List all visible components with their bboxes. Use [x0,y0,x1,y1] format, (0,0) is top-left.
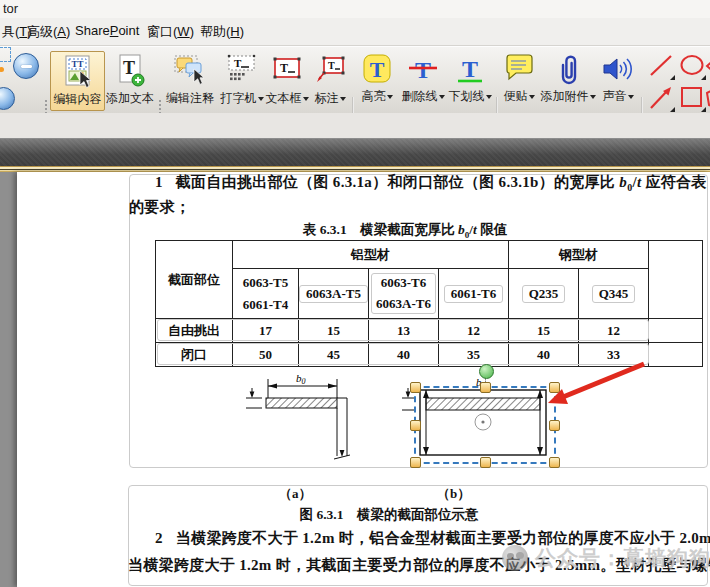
dropdown-arrow-icon [258,97,264,101]
svg-text:T: T [415,57,431,83]
strikeout-icon: T [407,53,439,87]
document-page: 1截面自由挑出部位（图 6.3.1a）和闭口部位（图 6.3.1b）的宽厚比 b… [17,172,710,587]
strikeout-button[interactable]: T 删除线 [400,51,446,109]
watermark-text: 公众号：幕墙狗狗 [535,544,710,572]
edit-comment-icon [172,53,208,89]
table-group-aluminium: 铝型材 [233,241,509,269]
table-header-cell: Q235 [509,269,579,319]
menu-item-sharepoint[interactable]: SharePoint [75,23,139,38]
paragraph-1-line-1: 1截面自由挑出部位（图 6.3.1a）和闭口部位（图 6.3.1b）的宽厚比 b… [155,173,710,193]
table-header-cell: 6063-T56061-T4 [233,269,299,319]
callout-button[interactable]: T 标注 [311,51,349,109]
selection-box[interactable] [414,386,556,464]
rectangle-tool-button[interactable] [679,85,705,111]
selection-handle-s[interactable] [480,457,491,468]
svg-text:TT: TT [71,59,83,69]
edit-content-label: 编辑内容 [51,91,104,108]
panel-divider-bar[interactable] [0,138,710,167]
table-header-cell: 6063-T66063A-T6 [369,269,439,319]
menu-bar: 具(T) 高级(A) SharePoint 窗口(W) 帮助(H) [0,18,710,46]
selection-handle-w[interactable] [410,420,421,431]
zoom-out-button[interactable] [13,53,39,79]
table-empty-cell [649,241,703,319]
menu-item-window[interactable]: 窗口(W) [147,23,194,41]
dropdown-arrow-icon [439,95,445,99]
arrow-tool-button[interactable] [648,85,674,111]
selection-handle-nw[interactable] [410,382,421,393]
underline-label: 下划线 [447,88,493,105]
table-header-cell: 6063A-T5 [299,269,369,319]
paperclip-icon [555,53,581,87]
sound-label: 声音 [598,88,638,105]
table-group-steel: 钢型材 [509,241,649,269]
svg-text:T: T [328,60,335,71]
svg-text:T: T [234,57,242,69]
menu-item-advanced[interactable]: 高级(A) [27,23,70,41]
sticky-note-button[interactable]: 便贴 [500,51,538,109]
highlight-icon: T [362,53,392,87]
dim-b0-label: b0 [296,372,306,386]
line-tool-button[interactable] [648,53,674,79]
add-text-icon: T [114,53,146,89]
annotation-red-arrow[interactable] [540,356,652,414]
typewriter-icon: T [226,53,258,89]
dropdown-arrow-icon [486,95,492,99]
edit-comment-button[interactable]: 编辑注释 [163,51,217,109]
callout-icon: T [314,53,346,89]
dropdown-arrow-icon [340,97,346,101]
underline-button[interactable]: T 下划线 [447,51,493,109]
figure-caption: 图 6.3.1 横梁的截面部位示意 [155,506,623,524]
rotation-handle[interactable] [479,364,494,379]
typewriter-button[interactable]: T 打字机 [220,51,264,109]
app-window: tor 具(T) 高级(A) SharePoint 窗口(W) 帮助(H) TT [0,0,710,587]
sticky-note-label: 便贴 [500,88,538,105]
paragraph-1-line-2: 的要求； [129,198,190,217]
figure-a: b0 [238,370,358,468]
underline-icon: T [454,53,486,87]
dropdown-arrow-icon [387,95,393,99]
add-attachment-label: 添加附件 [540,88,596,105]
selection-box-icon [0,47,11,62]
dropdown-arrow-icon [628,95,634,99]
circle-tool-button[interactable] [679,53,705,79]
highlight-button[interactable]: T 高亮 [357,51,397,109]
window-title: tor [3,1,18,16]
speaker-icon [601,53,635,87]
polygon-icon [705,85,710,111]
dropdown-arrow-icon [529,95,535,99]
highlight-label: 高亮 [357,88,397,105]
document-canvas: 1截面自由挑出部位（图 6.3.1a）和闭口部位（图 6.3.1b）的宽厚比 b… [0,172,710,587]
textbox-label: 文本框 [264,90,310,107]
typewriter-label: 打字机 [220,90,264,107]
textbox-button[interactable]: T 文本框 [264,51,310,109]
polyline-tool-button[interactable] [705,53,710,79]
spec-table: 截面部位 铝型材 钢型材 6063-T56061-T4 6063A-T5 606… [155,240,703,367]
selection-handle-sw[interactable] [410,457,421,468]
zoom-button-partial[interactable] [0,87,15,110]
svg-text:T: T [370,57,385,82]
menu-item-help[interactable]: 帮助(H) [200,23,244,41]
add-attachment-button[interactable]: 添加附件 [540,51,596,109]
table-row: 自由挑出 171513121512 [156,319,703,343]
table-header-cell: Q345 [579,269,649,319]
polyline-icon [705,53,710,79]
edit-comment-label: 编辑注释 [163,90,217,107]
selection-handle-n[interactable] [480,382,491,393]
dropdown-arrow-icon [670,75,675,80]
svg-text:T: T [462,56,478,82]
edit-content-button[interactable]: TT 编辑内容 [50,51,105,111]
strikeout-label: 删除线 [400,88,446,105]
add-text-button[interactable]: T 添加文本 [104,51,156,109]
textbox-icon: T [271,53,303,89]
figure-label-b: （b） [437,485,470,503]
selection-handle-e[interactable] [549,420,560,431]
sound-button[interactable]: 声音 [598,51,638,109]
sticky-note-icon [503,53,535,87]
selection-handle-se[interactable] [549,457,560,468]
polygon-tool-button[interactable] [705,85,710,111]
dropdown-arrow-icon [303,97,309,101]
svg-text:T: T [280,61,288,75]
watermark-logo-icon [502,545,528,571]
callout-label: 标注 [311,90,349,107]
main-toolbar: TT 编辑内容 T 添加文本 [0,46,710,114]
